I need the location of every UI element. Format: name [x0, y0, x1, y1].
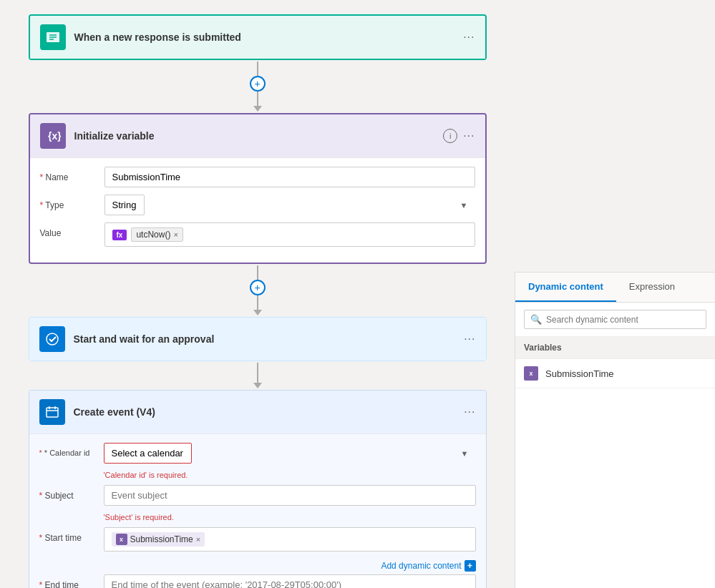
tab-dynamic-content[interactable]: Dynamic content	[515, 273, 616, 302]
approval-header: Start and wait for an approval ···	[29, 318, 486, 361]
subject-error: 'Subject' is required.	[104, 513, 476, 521]
type-select-wrapper: String ▼	[104, 195, 475, 215]
subject-field-row: Subject	[39, 485, 476, 506]
calendar-chevron: ▼	[461, 449, 469, 458]
subject-input[interactable]	[104, 485, 476, 506]
calendar-field-row: * Calendar id Select a calendar ▼	[39, 443, 476, 464]
token-close[interactable]: ×	[173, 230, 177, 239]
submission-time-item[interactable]: x SubmissionTime	[515, 359, 715, 388]
trigger-menu[interactable]: ···	[463, 31, 475, 44]
start-time-token-label: SubmissionTime	[130, 534, 193, 544]
tab-expression[interactable]: Expression	[616, 273, 688, 302]
type-field-row: Type String ▼	[40, 195, 475, 215]
create-event-body: * Calendar id Select a calendar ▼ 'Calen…	[29, 433, 486, 588]
trigger-header: When a new response is submitted ···	[30, 16, 485, 59]
start-time-token: x SubmissionTime ×	[112, 532, 205, 547]
end-time-field-row: End time	[39, 574, 476, 588]
connector-2: +	[250, 265, 266, 315]
add-step-2[interactable]: +	[250, 280, 266, 295]
connector-line-3	[257, 363, 258, 383]
init-variable-block: {x} Initialize variable i ··· Name Type …	[29, 113, 487, 264]
panel-tabs: Dynamic content Expression	[515, 273, 715, 303]
value-input[interactable]: fx utcNow() ×	[104, 222, 475, 247]
name-label: Name	[40, 167, 104, 182]
trigger-block: When a new response is submitted ···	[29, 14, 487, 60]
start-time-token-close[interactable]: ×	[196, 535, 200, 544]
init-body: Name Type String ▼ Value fx	[30, 157, 485, 263]
approval-title: Start and wait for an approval	[74, 333, 464, 345]
start-time-field-row: Start time x SubmissionTime ×	[39, 527, 476, 552]
trigger-title: When a new response is submitted	[74, 31, 464, 43]
svg-text:{x}: {x}	[48, 130, 61, 142]
trigger-icon	[40, 24, 66, 50]
connector-3	[253, 363, 262, 388]
token-text: utcNow()	[136, 230, 170, 240]
start-time-token-icon: x	[116, 534, 127, 545]
connector-arrow-3	[253, 383, 262, 388]
create-event-block: Create event (V4) ··· * Calendar id Sele…	[29, 390, 487, 588]
approval-menu[interactable]: ···	[464, 333, 475, 346]
calendar-select[interactable]: Select a calendar	[104, 443, 192, 464]
connector-arrow-2	[253, 310, 262, 315]
connector-line-2b	[257, 295, 258, 310]
approval-icon	[39, 326, 65, 352]
create-event-header: Create event (V4) ···	[29, 391, 486, 433]
init-title: Initialize variable	[74, 130, 444, 142]
dynamic-content-panel: Dynamic content Expression 🔍 Variables x…	[515, 272, 715, 588]
init-menu[interactable]: ···	[463, 129, 475, 142]
svg-point-5	[47, 333, 58, 345]
start-time-label: Start time	[39, 527, 104, 543]
name-field-row: Name	[40, 167, 475, 187]
add-step-1[interactable]: +	[250, 76, 266, 92]
type-chevron: ▼	[460, 201, 468, 210]
variables-section-header: Variables	[515, 337, 715, 359]
type-select[interactable]: String	[104, 195, 145, 215]
init-info-icon[interactable]: i	[443, 129, 457, 143]
value-field-row: Value fx utcNow() ×	[40, 222, 475, 247]
calendar-error: 'Calendar id' is required.	[104, 471, 476, 479]
connector-line-1	[257, 62, 258, 76]
calendar-select-wrapper: Select a calendar ▼	[104, 443, 476, 464]
add-dynamic-plus-icon: +	[464, 560, 476, 572]
type-label: Type	[40, 195, 104, 210]
submission-time-label: SubmissionTime	[545, 368, 614, 379]
name-input[interactable]	[104, 167, 475, 187]
svg-rect-6	[47, 408, 58, 417]
start-time-input[interactable]: x SubmissionTime ×	[104, 527, 476, 552]
end-time-input[interactable]	[104, 574, 476, 588]
connector-arrow-1	[253, 106, 262, 112]
create-event-title: Create event (V4)	[74, 406, 464, 418]
submission-time-icon: x	[524, 366, 538, 381]
connector-line-1b	[257, 92, 258, 106]
connector-line-2	[257, 265, 258, 280]
connector-1: +	[250, 62, 266, 112]
search-icon: 🔍	[530, 314, 542, 325]
add-dynamic-label: Add dynamic content	[381, 561, 461, 571]
value-token: utcNow() ×	[131, 227, 183, 242]
subject-label: Subject	[39, 485, 104, 501]
panel-search-area: 🔍	[515, 303, 715, 337]
approval-block: Start and wait for an approval ···	[29, 317, 487, 361]
calendar-label: * Calendar id	[39, 443, 104, 457]
add-dynamic-row: Add dynamic content +	[39, 559, 476, 574]
create-event-icon	[39, 399, 65, 425]
add-dynamic-btn[interactable]: Add dynamic content +	[381, 560, 475, 572]
create-event-menu[interactable]: ···	[464, 406, 475, 418]
fx-badge: fx	[112, 230, 127, 240]
value-label: Value	[40, 222, 104, 238]
search-input[interactable]	[546, 315, 700, 325]
init-icon: {x}	[40, 123, 66, 149]
search-box: 🔍	[524, 310, 706, 329]
init-header: {x} Initialize variable i ···	[30, 114, 485, 157]
end-time-label: End time	[39, 574, 104, 588]
